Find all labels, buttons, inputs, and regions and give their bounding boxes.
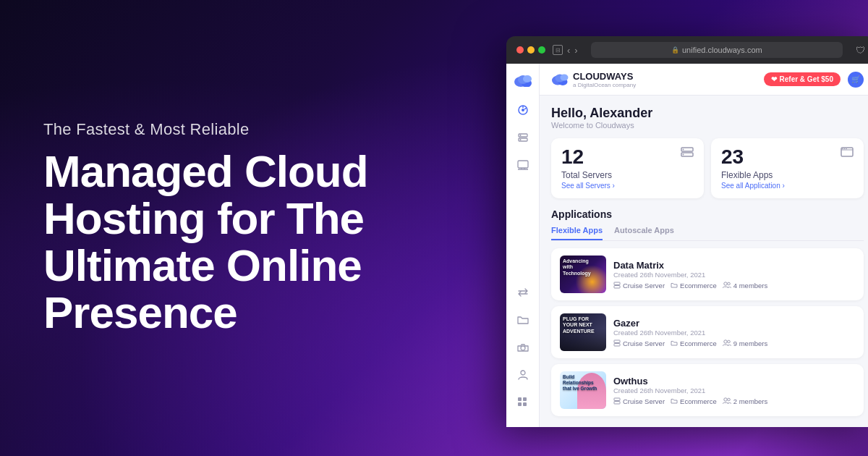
svg-point-28	[683, 149, 684, 151]
folder-small-icon	[671, 397, 678, 405]
address-bar[interactable]: 🔒 unified.cloudways.com	[591, 42, 843, 58]
members-icon	[723, 397, 731, 405]
server-meta-gazer: Cruise Server	[613, 339, 665, 347]
close-button[interactable]	[516, 46, 524, 54]
app-thumbnail-gazer: PLUG FOR YOUR NEXT ADVENTURE	[560, 313, 606, 351]
folder-small-icon	[671, 339, 678, 347]
greeting-sub: Welcome to Cloudways	[551, 121, 864, 130]
sidebar	[506, 64, 540, 427]
servers-link[interactable]: See all Servers ›	[561, 182, 694, 190]
greeting: Hello, Alexander Welcome to Cloudways	[551, 106, 864, 130]
sidebar-item-servers[interactable]	[516, 130, 530, 145]
stat-card-apps: 23 Flexible Apps	[711, 138, 864, 198]
stat-card-servers: 12 Total Servers See al	[551, 138, 704, 198]
svg-point-38	[727, 282, 730, 285]
shield-browser-icon: 🛡	[856, 45, 865, 56]
server-meta-owthus: Cruise Server	[613, 397, 665, 405]
server-small-icon	[613, 397, 621, 405]
app-created-gazer: Created 26th November, 2021	[613, 329, 855, 337]
members-icon	[723, 339, 731, 347]
svg-rect-18	[518, 397, 522, 401]
server-small-icon	[613, 339, 621, 347]
apps-icon	[517, 159, 529, 171]
applications-tabs: Flexible Apps Autoscale Apps	[551, 226, 864, 241]
svg-point-46	[727, 398, 730, 401]
svg-point-10	[519, 135, 521, 136]
greeting-name: Hello, Alexander	[551, 106, 864, 121]
browser-window: ⊟ ‹ › 🔒 unified.cloudways.com 🛡	[506, 36, 868, 427]
cart-button[interactable]: 🛒	[848, 72, 864, 88]
list-item[interactable]: Advancing with Technology Data Matrix Cr…	[551, 248, 864, 300]
server-meta-datamatrix: Cruise Server	[613, 282, 665, 290]
svg-rect-36	[614, 286, 620, 289]
sidebar-logo	[514, 74, 532, 87]
server-icon	[681, 147, 694, 157]
thumb-label-owthus: Build Relationships that Ive Growth	[563, 374, 599, 391]
brand-name: CLOUDWAYS	[573, 71, 636, 82]
back-button[interactable]: ‹	[567, 45, 570, 56]
svg-point-16	[521, 346, 525, 350]
browser-nav: ⊟ ‹ ›	[553, 45, 578, 56]
members-meta-datamatrix: 4 members	[723, 282, 768, 290]
svg-point-34	[846, 148, 847, 150]
sidebar-item-person[interactable]	[516, 368, 530, 382]
url-text: unified.cloudways.com	[682, 46, 762, 54]
cloudways-logo	[551, 73, 569, 85]
apps-count: 23	[721, 147, 744, 167]
members-icon	[723, 282, 731, 289]
list-item[interactable]: PLUG FOR YOUR NEXT ADVENTURE Gazer Creat…	[551, 306, 864, 358]
app-thumbnail-datamatrix: Advancing with Technology	[560, 256, 606, 293]
app-info-owthus: Owthus Created 26th November, 2021 Cruis…	[613, 376, 855, 405]
camera-icon	[517, 342, 529, 353]
app-created-datamatrix: Created 26th November, 2021	[613, 271, 855, 279]
refer-button[interactable]: ❤ Refer & Get $50	[764, 72, 841, 86]
thumb-label-gazer: PLUG FOR YOUR NEXT ADVENTURE	[563, 316, 599, 334]
minimize-button[interactable]	[527, 46, 535, 54]
grid-icon	[517, 397, 529, 408]
svg-point-45	[724, 398, 727, 401]
type-meta-datamatrix: Ecommerce	[671, 282, 717, 290]
app-meta-gazer: Cruise Server Ecommerce	[613, 339, 855, 347]
browser-chrome: ⊟ ‹ › 🔒 unified.cloudways.com 🛡	[506, 36, 868, 64]
app-created-owthus: Created 26th November, 2021	[613, 387, 855, 394]
svg-rect-35	[614, 282, 620, 285]
svg-rect-43	[614, 398, 620, 401]
svg-point-5	[522, 109, 524, 111]
svg-point-29	[683, 154, 684, 156]
cloudways-sidebar-logo	[514, 74, 532, 87]
dashboard: Hello, Alexander Welcome to Cloudways 12	[540, 96, 868, 427]
top-nav-right: ❤ Refer & Get $50 🛒	[764, 72, 864, 88]
cloudways-brand: CLOUDWAYS a DigitalOcean company	[551, 71, 636, 88]
sidebar-item-apps[interactable]	[516, 158, 530, 172]
hero-section: The Fastest & Most Reliable Managed Clou…	[43, 120, 368, 336]
reader-icon[interactable]: ⊟	[553, 45, 563, 55]
svg-point-25	[561, 75, 569, 81]
svg-point-11	[519, 139, 521, 140]
tab-flexible-apps[interactable]: Flexible Apps	[551, 226, 603, 240]
sidebar-item-transfer[interactable]	[516, 285, 530, 300]
app-name-gazer: Gazer	[613, 318, 855, 329]
svg-rect-40	[614, 344, 620, 347]
app-meta-datamatrix: Cruise Server Ecommerce	[613, 282, 855, 290]
svg-point-3	[523, 75, 532, 83]
tab-autoscale-apps[interactable]: Autoscale Apps	[614, 226, 674, 240]
maximize-button[interactable]	[538, 46, 545, 54]
apps-link[interactable]: See all Application ›	[721, 182, 854, 190]
list-item[interactable]: Build Relationships that Ive Growth Owth…	[551, 364, 864, 416]
stats-row: 12 Total Servers See al	[551, 138, 864, 198]
stat-header-apps: 23	[721, 147, 854, 167]
svg-rect-39	[614, 340, 620, 343]
sidebar-item-dashboard[interactable]	[516, 103, 530, 117]
person-icon	[517, 369, 529, 381]
svg-point-32	[842, 148, 843, 150]
app-layout: CLOUDWAYS a DigitalOcean company ❤ Refer…	[506, 64, 868, 427]
browser-right-icons: 🛡	[856, 45, 865, 56]
forward-button[interactable]: ›	[574, 45, 577, 56]
stat-header-servers: 12	[561, 147, 694, 167]
type-meta-gazer: Ecommerce	[671, 339, 717, 347]
sidebar-item-camera[interactable]	[516, 340, 530, 355]
cart-icon: 🛒	[851, 75, 860, 83]
sidebar-item-folder[interactable]	[516, 313, 530, 327]
server-stat-icon	[681, 147, 694, 160]
sidebar-item-grid[interactable]	[516, 395, 530, 410]
